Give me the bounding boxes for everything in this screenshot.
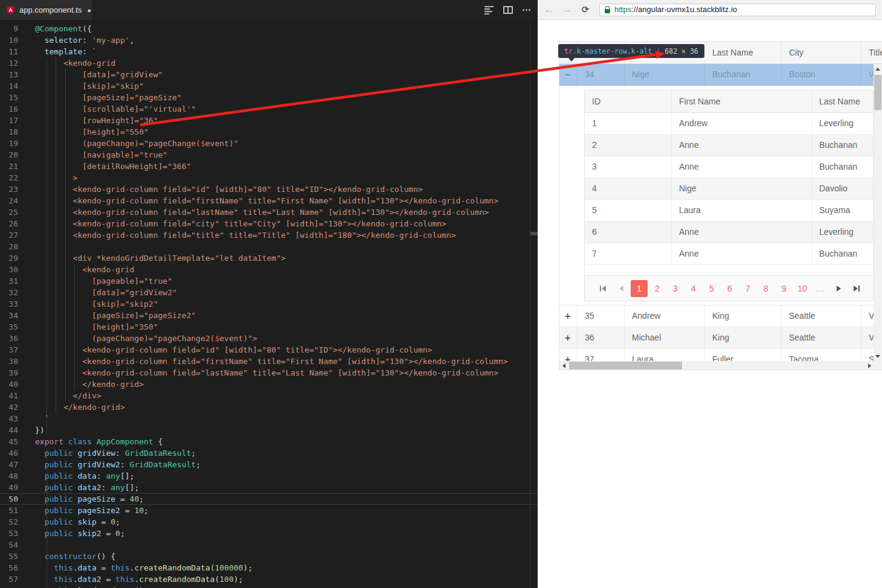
code-line[interactable]: 19 (pageChange)="pageChange($event)" xyxy=(0,138,538,149)
code-line[interactable]: 36 (pageChange)="pageChange2($event)"> xyxy=(0,333,538,344)
prev-page-button[interactable] xyxy=(613,280,629,297)
page-button-9[interactable]: 9 xyxy=(776,280,793,297)
code-line[interactable]: 52 public skip = 0; xyxy=(0,516,538,528)
code-line[interactable]: 34 [pageSize]="pageSize2" xyxy=(0,310,538,321)
back-icon[interactable]: ← xyxy=(540,4,558,16)
code-line[interactable]: 9@Component({ xyxy=(0,23,538,34)
scroll-right-icon[interactable] xyxy=(865,361,874,370)
code-line[interactable]: 48 public data: any[]; xyxy=(0,470,538,482)
editor-scrollbar-track[interactable] xyxy=(530,20,530,588)
code-line[interactable]: 33 [skip]="skip2" xyxy=(0,298,538,310)
code-line[interactable]: 58 this.loadProducts(); xyxy=(0,585,538,588)
page-button-10[interactable]: 10 xyxy=(794,280,811,297)
code-line[interactable]: 42 </kendo-grid> xyxy=(0,401,538,413)
page-button-8[interactable]: 8 xyxy=(758,280,774,297)
code-line[interactable]: 24 <kendo-grid-column field="firstName" … xyxy=(0,195,538,206)
code-line[interactable]: 29 <div *kendoGridDetailTemplate="let da… xyxy=(0,252,538,264)
page-button-2[interactable]: 2 xyxy=(649,280,666,297)
code-line[interactable]: 47 public gridView2: GridDataResult; xyxy=(0,459,538,470)
detail-grid-row[interactable]: 2AnneBuchanan xyxy=(585,135,873,156)
code-line[interactable]: 41 </div> xyxy=(0,390,538,401)
forward-icon[interactable]: → xyxy=(558,4,576,16)
split-editor-icon[interactable] xyxy=(503,6,513,14)
code-line[interactable]: 20 [navigable]="true" xyxy=(0,149,538,161)
page-button-1[interactable]: 1 xyxy=(631,280,648,297)
page-button-6[interactable]: 6 xyxy=(721,280,738,297)
vertical-scrollbar-thumb[interactable] xyxy=(874,75,881,110)
code-line[interactable]: 38 <kendo-grid-column field="firstName" … xyxy=(0,356,538,367)
code-line[interactable]: 28 xyxy=(0,241,538,252)
code-line[interactable]: 39 <kendo-grid-column field="lastName" t… xyxy=(0,367,538,379)
code-line[interactable]: 26 <kendo-grid-column field="city" title… xyxy=(0,218,538,229)
outline-icon[interactable] xyxy=(484,6,494,14)
code-line[interactable]: 55 constructor() { xyxy=(0,551,538,562)
master-grid-row[interactable]: −34NigeBuchananBostonV xyxy=(559,64,874,86)
scroll-down-icon[interactable] xyxy=(874,351,882,361)
page-button-3[interactable]: 3 xyxy=(667,280,684,297)
code-line[interactable]: 57 this.data2 = this.createRandomData(10… xyxy=(0,574,538,585)
code-line[interactable]: 18 [height]="550" xyxy=(0,126,538,138)
code-line[interactable]: 50 public pageSize = 40; xyxy=(0,493,538,505)
code-line[interactable]: 23 <kendo-grid-column field="id" [width]… xyxy=(0,184,538,195)
code-line[interactable]: 11 template: ` xyxy=(0,46,538,57)
code-line[interactable]: 25 <kendo-grid-column field="lastName" t… xyxy=(0,206,538,218)
detail-grid-row[interactable]: 1AndrewLeverling xyxy=(585,113,873,135)
url-bar[interactable]: https://angular-uvmx1u.stackblitz.io xyxy=(599,4,876,16)
code-line[interactable]: 32 [data]="gridView2" xyxy=(0,287,538,298)
detail-grid-row[interactable]: 5LauraSuyama xyxy=(585,200,873,222)
code-line[interactable]: 51 public pageSize2 = 10; xyxy=(0,505,538,516)
code-line[interactable]: 10 selector: 'my-app', xyxy=(0,34,538,46)
code-line[interactable]: 21 [detailRowHeight]="366" xyxy=(0,161,538,172)
detail-grid-row[interactable]: 4NigeDavolio xyxy=(585,178,873,200)
code-line[interactable]: 56 this.data = this.createRandomData(100… xyxy=(0,562,538,574)
line-number: 12 xyxy=(0,57,24,69)
reload-icon[interactable]: ⟳ xyxy=(576,4,594,15)
last-page-button[interactable] xyxy=(848,280,865,297)
pager-ellipsis[interactable]: ... xyxy=(812,280,829,297)
code-line[interactable]: 13 [data]="gridView" xyxy=(0,69,538,80)
expand-icon[interactable]: + xyxy=(559,327,578,348)
table-cell: Leverling xyxy=(812,222,874,243)
table-cell: Anne xyxy=(672,135,812,156)
detail-grid-row[interactable]: 6AnneLeverling xyxy=(585,222,873,243)
collapse-icon[interactable]: − xyxy=(559,64,578,85)
table-cell: Boston xyxy=(782,64,861,85)
code-line[interactable]: 17 [rowHeight]="36" xyxy=(0,115,538,126)
page-button-4[interactable]: 4 xyxy=(685,280,702,297)
code-line[interactable]: 46 public gridView: GridDataResult; xyxy=(0,447,538,459)
code-line[interactable]: 15 [pageSize]="pageSize" xyxy=(0,92,538,103)
scroll-left-icon[interactable] xyxy=(559,361,568,370)
vertical-scrollbar[interactable] xyxy=(874,64,882,361)
code-line[interactable]: 45export class AppComponent { xyxy=(0,436,538,447)
code-line[interactable]: 37 <kendo-grid-column field="id" [width]… xyxy=(0,344,538,356)
scroll-up-icon[interactable] xyxy=(874,64,882,74)
code-line[interactable]: 31 [pageable]="true" xyxy=(0,275,538,287)
master-grid-row[interactable]: +35AndrewKingSeattleV xyxy=(559,305,874,327)
code-line[interactable]: 53 public skip2 = 0; xyxy=(0,528,538,539)
code-line[interactable]: 40 </kendo-grid> xyxy=(0,379,538,390)
detail-grid-row[interactable]: 7AnneBuchanan xyxy=(585,243,873,265)
code-area[interactable]: 9@Component({10 selector: 'my-app',11 te… xyxy=(0,20,538,588)
code-line[interactable]: 44}) xyxy=(0,424,538,436)
next-page-button[interactable] xyxy=(830,280,847,297)
code-line[interactable]: 14 [skip]="skip" xyxy=(0,80,538,92)
expand-icon[interactable]: + xyxy=(559,305,578,327)
horizontal-scrollbar[interactable] xyxy=(559,361,874,370)
code-line[interactable]: 49 public data2: any[]; xyxy=(0,482,538,493)
code-line[interactable]: 54 xyxy=(0,539,538,551)
page-button-7[interactable]: 7 xyxy=(739,280,756,297)
code-line[interactable]: 16 [scrollable]="'virtual'" xyxy=(0,103,538,115)
code-line[interactable]: 27 <kendo-grid-column field="title" titl… xyxy=(0,229,538,241)
page-button-5[interactable]: 5 xyxy=(703,280,720,297)
first-page-button[interactable] xyxy=(594,280,611,297)
code-line[interactable]: 22 > xyxy=(0,172,538,184)
code-line[interactable]: 35 [height]="350" xyxy=(0,321,538,333)
code-line[interactable]: 30 <kendo-grid xyxy=(0,264,538,275)
tab-app-component-ts[interactable]: app.component.ts ● xyxy=(0,0,92,20)
horizontal-scrollbar-thumb[interactable] xyxy=(569,362,682,369)
master-grid-row[interactable]: +36MichaelKingSeattleV xyxy=(559,327,874,349)
code-line[interactable]: 43 ` xyxy=(0,413,538,424)
more-actions-icon[interactable] xyxy=(523,9,530,11)
code-line[interactable]: 12 <kendo-grid xyxy=(0,57,538,69)
detail-grid-row[interactable]: 3AnneBuchanan xyxy=(585,156,873,178)
